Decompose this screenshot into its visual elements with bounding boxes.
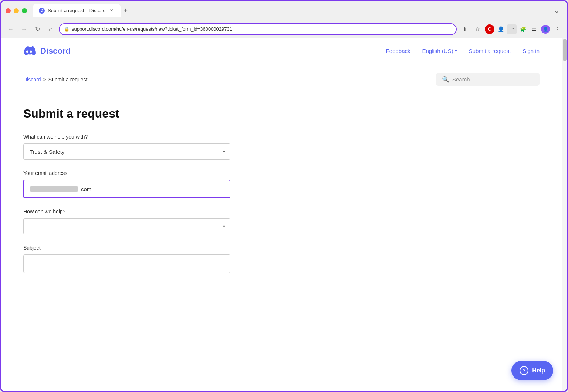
tab-bar: D Submit a request – Discord ✕ + ⌄: [33, 4, 562, 17]
page-title: Submit a request: [23, 107, 334, 121]
email-label: Your email address: [23, 170, 334, 176]
breadcrumb-section: Discord > Submit a request 🔍 Search: [1, 64, 562, 92]
profile-avatar[interactable]: 👤: [541, 25, 550, 34]
email-redacted-value: [30, 186, 78, 192]
nav-actions: ⬆ ☆ C 👤 T2 🧩 ▭ 👤 ⋮: [460, 24, 562, 34]
form-section: Submit a request What can we help you wi…: [1, 92, 356, 313]
help-icon-label: ?: [523, 368, 526, 374]
more-button[interactable]: ⋮: [552, 24, 562, 34]
help-question-select-wrapper: Trust & Safety ▾: [23, 143, 230, 160]
home-button[interactable]: ⌂: [45, 24, 56, 34]
extension-icon-5[interactable]: ▭: [529, 24, 539, 34]
forward-button[interactable]: →: [19, 24, 29, 34]
language-label: English (US): [422, 48, 453, 54]
traffic-lights: [6, 8, 27, 13]
discord-logo-text: Discord: [40, 46, 71, 56]
email-group: Your email address com: [23, 170, 334, 198]
scrollbar-track[interactable]: [562, 38, 567, 391]
language-selector[interactable]: English (US) ▾: [422, 48, 457, 54]
window-menu-button[interactable]: ⌄: [551, 5, 562, 16]
discord-logo[interactable]: Discord: [23, 44, 71, 58]
search-box[interactable]: 🔍 Search: [436, 73, 540, 86]
reload-button[interactable]: ↻: [32, 24, 43, 34]
breadcrumb-separator: >: [43, 77, 46, 82]
breadcrumb-home-link[interactable]: Discord: [23, 77, 41, 82]
subject-label: Subject: [23, 245, 334, 251]
tab-close-button[interactable]: ✕: [109, 8, 115, 14]
help-question-group: What can we help you with? Trust & Safet…: [23, 134, 334, 160]
email-input[interactable]: com: [23, 180, 230, 198]
extension-icon-2[interactable]: 👤: [496, 24, 506, 34]
help-question-select[interactable]: Trust & Safety: [23, 143, 230, 160]
breadcrumb: Discord > Submit a request: [23, 77, 88, 82]
how-help-group: How can we help? - ▾: [23, 209, 334, 234]
email-suffix: com: [81, 186, 91, 192]
close-window-button[interactable]: [6, 8, 11, 13]
extensions-area: C 👤 T2 🧩 ▭: [485, 24, 539, 34]
chevron-down-icon: ▾: [455, 48, 457, 53]
title-bar: D Submit a request – Discord ✕ + ⌄: [1, 1, 567, 20]
tab-title: Submit a request – Discord: [48, 8, 106, 13]
page-content: Discord Feedback English (US) ▾ Submit a…: [1, 38, 562, 391]
bookmark-button[interactable]: ☆: [472, 24, 483, 34]
subject-input[interactable]: [23, 254, 230, 273]
how-help-select[interactable]: -: [23, 218, 230, 234]
extension-icon-3[interactable]: T2: [507, 24, 517, 34]
header-navigation: Feedback English (US) ▾ Submit a request…: [386, 48, 540, 54]
tab-favicon: D: [39, 8, 45, 14]
site-header: Discord Feedback English (US) ▾ Submit a…: [1, 38, 562, 64]
subject-group: Subject: [23, 245, 334, 273]
security-lock-icon: 🔒: [64, 27, 70, 32]
maximize-window-button[interactable]: [22, 8, 27, 13]
help-circle-icon: ?: [520, 366, 528, 375]
submit-request-link[interactable]: Submit a request: [469, 48, 511, 54]
how-help-select-wrapper: - ▾: [23, 218, 230, 234]
url-text: support.discord.com/hc/en-us/requests/ne…: [72, 26, 452, 32]
page-area: Discord Feedback English (US) ▾ Submit a…: [1, 38, 567, 391]
extension-icon-4[interactable]: 🧩: [518, 24, 528, 34]
scrollbar-thumb[interactable]: [563, 39, 567, 61]
feedback-link[interactable]: Feedback: [386, 48, 410, 54]
help-button-label: Help: [532, 367, 545, 374]
how-help-label: How can we help?: [23, 209, 334, 214]
sign-in-link[interactable]: Sign in: [523, 48, 540, 54]
search-input[interactable]: Search: [452, 76, 470, 82]
discord-logo-icon: [23, 44, 37, 58]
breadcrumb-current-page: Submit a request: [48, 77, 88, 82]
extension-icon-1[interactable]: C: [485, 24, 494, 34]
active-tab[interactable]: D Submit a request – Discord ✕: [33, 4, 121, 17]
share-button[interactable]: ⬆: [460, 24, 470, 34]
new-tab-button[interactable]: +: [121, 6, 131, 16]
help-button[interactable]: ? Help: [511, 361, 553, 380]
minimize-window-button[interactable]: [14, 8, 19, 13]
address-bar[interactable]: 🔒 support.discord.com/hc/en-us/requests/…: [59, 23, 457, 35]
nav-bar: ← → ↻ ⌂ 🔒 support.discord.com/hc/en-us/r…: [1, 20, 567, 38]
help-question-label: What can we help you with?: [23, 134, 334, 140]
back-button[interactable]: ←: [6, 24, 16, 34]
search-icon: 🔍: [442, 76, 449, 83]
